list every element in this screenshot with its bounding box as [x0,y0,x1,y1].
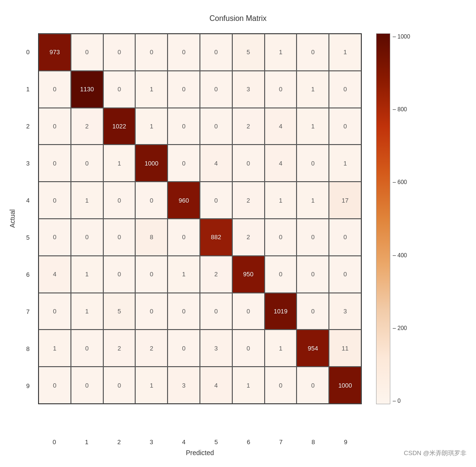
y-tick-3: 3 [26,145,32,182]
colorbar-tick-0: – 0 [393,398,410,404]
colorbar-tick-800: – 800 [393,106,410,113]
cell-3-3: 1000 [135,145,168,182]
cell-5-3: 8 [135,219,168,256]
cell-4-8: 1 [297,182,329,219]
y-tick-9: 9 [26,367,32,404]
cell-1-4: 0 [168,71,200,108]
cell-8-6: 0 [232,330,265,367]
cell-4-0: 0 [39,182,71,219]
cell-3-7: 4 [265,145,297,182]
cell-1-0: 0 [39,71,71,108]
colorbar-tick-400: – 400 [393,252,410,259]
cell-0-6: 5 [232,34,265,71]
cell-9-7: 0 [265,367,297,404]
cell-3-9: 1 [329,145,361,182]
cell-7-8: 0 [297,293,329,330]
cell-8-5: 3 [200,330,232,367]
cell-5-8: 0 [297,219,329,256]
cell-9-6: 1 [232,367,265,404]
cell-5-1: 0 [71,219,103,256]
cell-1-7: 0 [265,71,297,108]
cell-5-5: 882 [200,219,232,256]
cell-5-9: 0 [329,219,361,256]
cell-5-2: 0 [103,219,136,256]
watermark: CSDN @米弄朗琪罗非 [404,449,466,457]
cell-2-2: 1022 [103,108,136,145]
cell-8-9: 11 [329,330,361,367]
cell-6-2: 0 [103,256,136,293]
cell-6-9: 0 [329,256,361,293]
chart-title: Confusion Matrix [0,14,476,23]
confusion-matrix-grid: 9730000051010113001003010021022100241000… [38,33,362,404]
cell-0-3: 0 [135,34,168,71]
y-tick-2: 2 [26,107,32,145]
cell-4-4: 960 [168,182,200,219]
cell-0-8: 0 [297,34,329,71]
cell-1-1: 1130 [71,71,103,108]
cell-2-1: 2 [71,108,103,145]
colorbar-tick-200: – 200 [393,325,410,331]
x-tick-3: 3 [135,438,168,446]
cell-2-0: 0 [39,108,71,145]
cell-4-2: 0 [103,182,136,219]
cell-4-7: 1 [265,182,297,219]
cell-6-5: 2 [200,256,232,293]
cell-8-8: 954 [297,330,329,367]
x-tick-7: 7 [265,438,297,446]
cell-7-1: 1 [71,293,103,330]
cell-6-3: 0 [135,256,168,293]
cell-1-2: 0 [103,71,136,108]
cell-5-0: 0 [39,219,71,256]
cell-3-8: 0 [297,145,329,182]
cell-8-7: 1 [265,330,297,367]
cell-9-1: 0 [71,367,103,404]
cell-0-4: 0 [168,34,200,71]
x-tick-5: 5 [200,438,232,446]
x-tick-8: 8 [297,438,329,446]
cell-4-6: 2 [232,182,265,219]
cell-4-3: 0 [135,182,168,219]
y-tick-0: 0 [26,33,32,70]
colorbar-tick-600: – 600 [393,179,410,185]
cell-6-0: 4 [39,256,71,293]
y-tick-4: 4 [26,182,32,219]
y-tick-7: 7 [26,293,32,330]
cell-2-5: 0 [200,108,232,145]
cell-6-6: 950 [232,256,265,293]
cell-2-4: 0 [168,108,200,145]
colorbar-tick-labels: – 1000– 800– 600– 400– 200– 0 [393,33,410,404]
cell-9-0: 0 [39,367,71,404]
cell-2-6: 2 [232,108,265,145]
cell-9-2: 0 [103,367,136,404]
cell-6-8: 0 [297,256,329,293]
x-tick-1: 1 [70,438,103,446]
cell-7-6: 0 [232,293,265,330]
cell-7-7: 1019 [265,293,297,330]
chart-container: Confusion Matrix Actual Predicted 012345… [0,0,476,467]
cell-8-2: 2 [103,330,136,367]
cell-9-4: 3 [168,367,200,404]
cell-1-5: 0 [200,71,232,108]
cell-0-9: 1 [329,34,361,71]
cell-9-3: 1 [135,367,168,404]
cell-0-1: 0 [71,34,103,71]
cell-3-6: 0 [232,145,265,182]
cell-5-4: 0 [168,219,200,256]
cell-4-5: 0 [200,182,232,219]
cell-0-7: 1 [265,34,297,71]
cell-3-2: 1 [103,145,136,182]
cell-3-5: 4 [200,145,232,182]
cell-6-4: 1 [168,256,200,293]
cell-7-5: 0 [200,293,232,330]
cell-5-6: 2 [232,219,265,256]
cell-9-8: 0 [297,367,329,404]
cell-7-3: 0 [135,293,168,330]
colorbar-gradient [376,33,390,404]
cell-0-0: 973 [39,34,71,71]
cell-6-1: 1 [71,256,103,293]
cell-9-5: 4 [200,367,232,404]
cell-4-9: 17 [329,182,361,219]
cell-0-2: 0 [103,34,136,71]
cell-7-9: 3 [329,293,361,330]
cell-9-9: 1000 [329,367,361,404]
